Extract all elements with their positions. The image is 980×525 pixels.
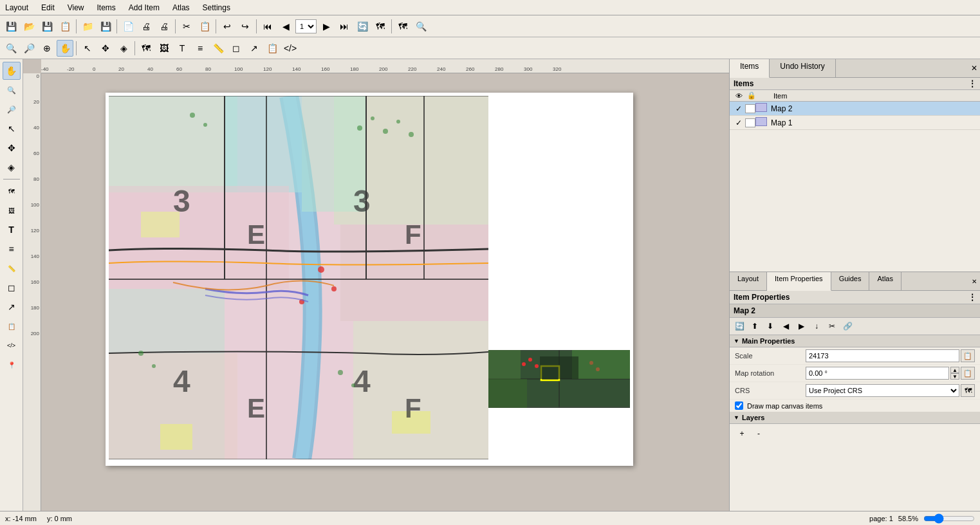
- item-name-map1[interactable]: Map 1: [771, 118, 977, 127]
- scale-input[interactable]: [806, 349, 959, 362]
- atlas-export-button[interactable]: 🗺: [372, 18, 389, 35]
- prop-tab-item-properties[interactable]: Item Properties: [767, 272, 831, 291]
- panel-close-btn[interactable]: ✕: [968, 59, 980, 77]
- atlas-last-button[interactable]: ⏭: [336, 18, 353, 35]
- add-shape-left-btn[interactable]: ◻: [3, 279, 21, 297]
- scale-copy-btn[interactable]: 📋: [961, 349, 975, 362]
- save-button[interactable]: 💾: [39, 18, 55, 35]
- item-import-btn[interactable]: ⬇: [763, 319, 777, 333]
- item-cut-btn[interactable]: ✂: [825, 319, 839, 333]
- pan-left-btn[interactable]: ✋: [3, 62, 21, 80]
- zoom-in-tool[interactable]: 🔍: [3, 40, 19, 57]
- print-button[interactable]: 🖨: [138, 18, 154, 35]
- rotation-copy-btn[interactable]: 📋: [961, 367, 975, 380]
- add-text-left-btn[interactable]: T: [3, 221, 21, 239]
- open-folder-button[interactable]: 📁: [79, 18, 96, 35]
- prop-panel-close-btn[interactable]: ✕: [968, 272, 980, 290]
- main-properties-section[interactable]: Main Properties: [730, 335, 980, 347]
- layers-remove-btn[interactable]: -: [752, 427, 766, 441]
- new-layout-button[interactable]: 📄: [120, 18, 136, 35]
- layers-add-btn[interactable]: +: [735, 427, 749, 441]
- atlas-next-button[interactable]: ▶: [318, 18, 335, 35]
- add-pic-left-btn[interactable]: 🖼: [3, 201, 21, 219]
- items-row-map1[interactable]: ✓ Map 1: [730, 116, 980, 130]
- map-overview[interactable]: [488, 350, 630, 408]
- cut-button[interactable]: ✂: [178, 18, 195, 35]
- item-prev-btn[interactable]: ◀: [779, 319, 793, 333]
- undo-button[interactable]: ↩: [219, 18, 236, 35]
- save-as-button[interactable]: 📋: [57, 18, 73, 35]
- tab-items[interactable]: Items: [730, 59, 770, 78]
- atlas-prev-button[interactable]: ◀: [277, 18, 294, 35]
- items-row-map2[interactable]: ✓ Map 2: [730, 102, 980, 116]
- item-next-btn[interactable]: ▶: [794, 319, 808, 333]
- items-panel-menu-btn[interactable]: ⋮: [968, 79, 976, 88]
- add-legend-tool[interactable]: ≡: [192, 40, 208, 57]
- add-html-left-btn[interactable]: </>: [3, 336, 21, 355]
- tab-undo-history[interactable]: Undo History: [770, 59, 835, 77]
- add-arrow-left-btn[interactable]: ↗: [3, 298, 21, 316]
- menu-layout[interactable]: Layout: [3, 2, 31, 14]
- item-props-menu-btn[interactable]: ⋮: [968, 293, 976, 302]
- rotation-down-btn[interactable]: ▼: [950, 373, 959, 380]
- rotation-up-btn[interactable]: ▲: [950, 367, 959, 373]
- item-down-btn[interactable]: ↓: [809, 319, 824, 333]
- select-left-btn[interactable]: ↖: [3, 120, 21, 138]
- menu-view[interactable]: View: [65, 2, 87, 14]
- add-table-left-btn[interactable]: 📋: [3, 317, 21, 335]
- canvas-content[interactable]: 3 3 4 4 E F E F: [41, 73, 729, 511]
- add-html-tool[interactable]: </>: [282, 40, 299, 57]
- redo-button[interactable]: ↪: [237, 18, 254, 35]
- zoom-out-tool[interactable]: 🔎: [21, 40, 37, 57]
- zoom-slider[interactable]: [923, 513, 975, 524]
- add-text-tool[interactable]: T: [174, 40, 190, 57]
- menu-settings[interactable]: Settings: [200, 2, 233, 14]
- menu-edit[interactable]: Edit: [39, 2, 57, 14]
- move-item-tool[interactable]: ✥: [97, 40, 114, 57]
- add-scale-left-btn[interactable]: 📏: [3, 259, 21, 277]
- map-page[interactable]: 3 3 4 4 E F E F: [106, 93, 633, 466]
- add-map-tool[interactable]: 🗺: [138, 40, 154, 57]
- zoom-out-left-btn[interactable]: 🔎: [3, 100, 21, 118]
- edit-nodes-left-btn[interactable]: ◈: [3, 158, 21, 176]
- add-arrow-tool[interactable]: ↗: [246, 40, 263, 57]
- zoom-full-tool[interactable]: ⊕: [39, 40, 55, 57]
- pan-tool[interactable]: ✋: [57, 40, 73, 57]
- atlas-first-button[interactable]: ⏮: [259, 18, 276, 35]
- item-name-map2[interactable]: Map 2: [771, 104, 977, 113]
- add-map-left-btn[interactable]: 🗺: [3, 182, 21, 200]
- map-rotation-input[interactable]: [806, 367, 949, 380]
- visibility-check-map1[interactable]: ✓: [732, 118, 745, 127]
- lock-check-map2[interactable]: [745, 104, 755, 113]
- menu-items[interactable]: Items: [95, 2, 118, 14]
- open-button[interactable]: 📂: [21, 18, 37, 35]
- visibility-check-map2[interactable]: ✓: [732, 104, 745, 113]
- prop-tab-guides[interactable]: Guides: [831, 272, 870, 290]
- select-tool[interactable]: ↖: [79, 40, 96, 57]
- crs-btn[interactable]: 🗺: [961, 384, 975, 397]
- add-table-tool[interactable]: 📋: [264, 40, 281, 57]
- map-main[interactable]: 3 3 4 4 E F E F: [109, 96, 488, 459]
- add-shape-tool[interactable]: ◻: [228, 40, 245, 57]
- zoom-in-left-btn[interactable]: 🔍: [3, 81, 21, 99]
- move-left-btn[interactable]: ✥: [3, 139, 21, 157]
- add-legend-left-btn[interactable]: ≡: [3, 240, 21, 258]
- prop-tab-atlas[interactable]: Atlas: [869, 272, 901, 290]
- menu-add-item[interactable]: Add Item: [126, 2, 162, 14]
- crs-select[interactable]: Use Project CRS: [806, 384, 959, 397]
- edit-nodes-tool[interactable]: ◈: [115, 40, 132, 57]
- page-select[interactable]: 1: [295, 19, 317, 33]
- map-tools-button[interactable]: 🗺: [394, 18, 411, 35]
- save-file-button[interactable]: 💾: [97, 18, 114, 35]
- item-link-btn[interactable]: 🔗: [840, 319, 855, 333]
- draw-canvas-checkbox[interactable]: [735, 401, 743, 410]
- zoom-tool-button[interactable]: 🔍: [412, 18, 429, 35]
- pin-left-btn[interactable]: 📍: [3, 356, 21, 374]
- item-export-btn[interactable]: ⬆: [748, 319, 762, 333]
- layers-section[interactable]: Layers: [730, 412, 980, 424]
- print-preview-button[interactable]: 🖨: [156, 18, 172, 35]
- item-refresh-btn[interactable]: 🔄: [732, 319, 746, 333]
- copy-button[interactable]: 📋: [196, 18, 213, 35]
- prop-tab-layout[interactable]: Layout: [730, 272, 767, 290]
- add-picture-tool[interactable]: 🖼: [156, 40, 172, 57]
